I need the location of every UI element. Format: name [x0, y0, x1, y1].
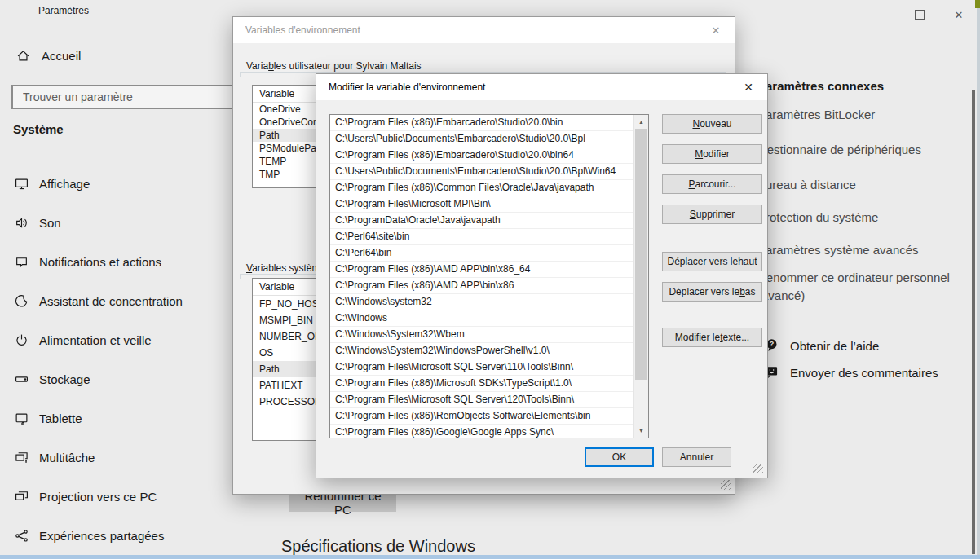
windows-spec-heading: Spécifications de Windows: [281, 537, 475, 556]
related-link[interactable]: Protection du système: [757, 209, 963, 227]
close-button[interactable]: ✕: [947, 7, 971, 23]
maximize-button[interactable]: [907, 7, 932, 23]
scroll-down-icon[interactable]: ▼: [634, 424, 648, 438]
help-link[interactable]: Envoyer des commentaires: [765, 365, 938, 380]
sound-icon: [15, 216, 29, 230]
help-link[interactable]: ?Obtenir de l’aide: [765, 338, 879, 353]
path-entries-list[interactable]: C:\Program Files (x86)\Embarcadero\Studi…: [329, 114, 649, 438]
cancel-button[interactable]: Annuler: [662, 447, 731, 467]
sidebar-item-label: Alimentation et veille: [39, 333, 152, 347]
path-row[interactable]: C:\Perl64\bin: [330, 245, 634, 262]
sidebar-item[interactable]: Projection vers ce PC: [0, 477, 228, 516]
close-icon: ✕: [955, 9, 964, 21]
taskbar-edge: [0, 555, 980, 559]
sidebar-item-label: Tablette: [39, 412, 82, 425]
multitask-icon: [15, 451, 29, 464]
sidebar-item-label: Affichage: [39, 177, 90, 191]
modifier-le-texte-button[interactable]: Modifier le texte...: [662, 328, 762, 347]
minimize-icon: [877, 15, 886, 15]
sidebar-item[interactable]: Multitâche: [0, 438, 228, 477]
path-row[interactable]: C:\Program Files (x86)\AMD APP\bin\x86: [330, 278, 634, 294]
close-icon[interactable]: ✕: [739, 74, 757, 100]
path-row[interactable]: C:\Perl64\site\bin: [330, 229, 634, 245]
project-icon: [15, 490, 29, 504]
shared-experiences-icon: [15, 529, 29, 543]
path-row[interactable]: C:\Program Files (x86)\Google\Google App…: [330, 425, 634, 438]
edit-environment-variable-dialog: Modifier la variable d'environnement ✕ C…: [316, 73, 768, 478]
sidebar-item-label: Son: [39, 216, 61, 230]
path-row[interactable]: C:\Program Files\Microsoft MPI\Bin\: [330, 196, 634, 213]
d-placer-vers-le-haut-button[interactable]: Déplacer vers le haut: [662, 252, 762, 271]
minimize-button[interactable]: [869, 7, 894, 23]
storage-icon: [15, 372, 29, 386]
sidebar-item[interactable]: Tablette: [0, 398, 228, 438]
related-link[interactable]: Paramètres système avancés: [757, 241, 963, 259]
sidebar-item[interactable]: Expériences partagées: [0, 516, 228, 555]
path-row[interactable]: C:\Program Files (x86)\Embarcadero\Studi…: [330, 147, 634, 164]
related-settings-heading: Paramètres connexes: [757, 79, 978, 93]
dialog-title: Variables d'environnement: [245, 17, 360, 43]
scroll-up-icon[interactable]: ▲: [634, 115, 648, 129]
path-row[interactable]: C:\Windows: [330, 310, 634, 327]
user-group-border: [240, 72, 726, 73]
path-row[interactable]: C:\Users\Public\Documents\Embarcadero\St…: [330, 164, 634, 180]
related-link[interactable]: Gestionnaire de périphériques: [757, 141, 963, 159]
path-row[interactable]: C:\Program Files\Microsoft SQL Server\12…: [330, 392, 634, 408]
path-row[interactable]: C:\Program Files (x86)\Embarcadero\Studi…: [330, 115, 634, 131]
path-row[interactable]: C:\Program Files (x86)\AMD APP\bin\x86_6…: [330, 262, 634, 278]
modifier-button[interactable]: Modifier: [662, 144, 762, 164]
path-row[interactable]: C:\Program Files (x86)\RemObjects Softwa…: [330, 408, 634, 425]
sidebar-item[interactable]: Alimentation et veille: [0, 320, 228, 359]
sidebar-item-label: Stockage: [39, 372, 90, 386]
sidebar-item-label: Expériences partagées: [39, 529, 164, 543]
sidebar-item-label: Projection vers ce PC: [39, 490, 157, 504]
path-row[interactable]: C:\Windows\System32\WindowsPowerShell\v1…: [330, 343, 634, 359]
resize-grip[interactable]: [721, 480, 731, 490]
sidebar-item-label: Notifications et actions: [39, 255, 161, 269]
sidebar-item[interactable]: Assistant de concentration: [0, 281, 228, 320]
help-link-label: Envoyer des commentaires: [790, 366, 938, 380]
sidebar-item[interactable]: Son: [0, 203, 228, 242]
path-row[interactable]: C:\Program Files (x86)\Microsoft SDKs\Ty…: [330, 376, 634, 392]
help-link-label: Obtenir de l’aide: [790, 339, 879, 353]
path-row[interactable]: C:\Windows\System32\Wbem: [330, 327, 634, 343]
path-row[interactable]: C:\Users\Public\Documents\Embarcadero\St…: [330, 131, 634, 147]
scrollbar-thumb[interactable]: [635, 129, 647, 380]
search-input[interactable]: [11, 85, 233, 109]
path-row[interactable]: C:\Program Files\Microsoft SQL Server\11…: [330, 359, 634, 376]
supprimer-button[interactable]: Supprimer: [662, 205, 762, 224]
sidebar-item[interactable]: Stockage: [0, 359, 228, 398]
maximize-icon: [915, 10, 925, 20]
path-row[interactable]: C:\Windows\system32: [330, 294, 634, 310]
dialog-title: Modifier la variable d'environnement: [329, 74, 485, 100]
sidebar-item-home[interactable]: Accueil: [16, 49, 81, 63]
home-icon: [16, 49, 30, 63]
system-group-corner: [240, 274, 241, 279]
close-icon[interactable]: ✕: [707, 17, 725, 43]
d-placer-vers-le-bas-button[interactable]: Déplacer vers le bas: [662, 282, 762, 302]
sidebar-item-label: Assistant de concentration: [39, 294, 183, 308]
dialog-titlebar[interactable]: Modifier la variable d'environnement ✕: [316, 74, 767, 100]
display-icon: [15, 177, 29, 191]
page-section-title: Système: [13, 122, 64, 136]
tablet-icon: [15, 412, 29, 425]
resize-grip[interactable]: [753, 464, 763, 473]
parcourir-button[interactable]: Parcourir...: [662, 174, 762, 194]
path-row[interactable]: C:\ProgramData\Oracle\Java\javapath: [330, 213, 634, 229]
list-scrollbar[interactable]: ▲ ▼: [633, 115, 648, 438]
settings-scrollbar[interactable]: [972, 90, 975, 554]
screen-edge-green: [975, 0, 980, 8]
related-link[interactable]: Bureau à distance: [757, 176, 963, 194]
sidebar-item[interactable]: Affichage: [0, 164, 228, 203]
related-link[interactable]: Renommer ce ordinateur personnel (avancé…: [757, 269, 963, 305]
sidebar-item-label: Multitâche: [39, 451, 95, 464]
related-link[interactable]: Paramètres BitLocker: [757, 106, 963, 124]
user-variables-label: Variables utilisateur pour Sylvain Malta…: [244, 60, 424, 72]
ok-button[interactable]: OK: [585, 447, 654, 467]
sidebar-item[interactable]: Notifications et actions: [0, 242, 228, 281]
path-row[interactable]: C:\Program Files (x86)\Common Files\Orac…: [330, 180, 634, 196]
user-group-corner: [240, 72, 241, 77]
nouveau-button[interactable]: Nouveau: [662, 114, 762, 134]
notifications-icon: [15, 255, 29, 269]
dialog-titlebar[interactable]: Variables d'environnement ✕: [233, 17, 735, 43]
